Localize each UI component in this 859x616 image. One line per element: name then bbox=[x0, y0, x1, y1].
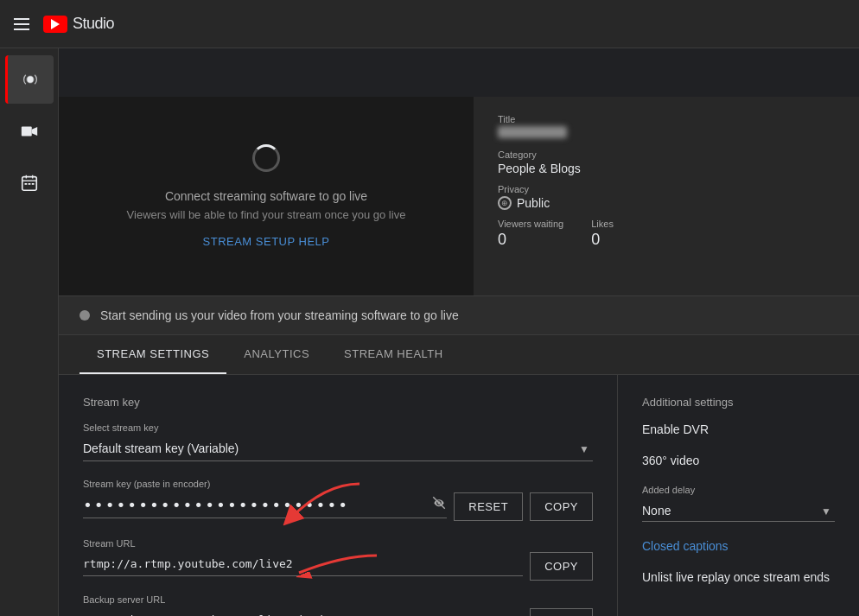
title-blurred bbox=[498, 126, 567, 138]
category-field: Category People & Blogs bbox=[498, 149, 835, 175]
backup-url-copy-button[interactable]: COPY bbox=[530, 608, 593, 616]
delay-setting: Added delay None ▼ bbox=[642, 485, 835, 522]
globe-icon: ⊕ bbox=[498, 196, 512, 210]
studio-text: Studio bbox=[73, 15, 114, 33]
viewers-value: 0 bbox=[498, 231, 563, 249]
loading-spinner bbox=[252, 144, 280, 172]
live-icon bbox=[21, 70, 40, 89]
youtube-logo-icon bbox=[43, 16, 67, 33]
stream-url-value: rtmp://a.rtmp.youtube.com/live2 bbox=[83, 557, 523, 576]
backup-url-section: Backup server URL rtmp://b.rtmp.youtube.… bbox=[83, 594, 593, 616]
backup-url-value: rtmp://b.rtmp.youtube.com/live2?backup=1 bbox=[83, 613, 523, 617]
captions-setting: Closed captions bbox=[642, 539, 835, 553]
stream-key-copy-button[interactable]: COPY bbox=[530, 492, 593, 521]
status-dot-icon bbox=[80, 310, 90, 321]
stream-key-select-wrapper[interactable]: Default stream key (Variable) ▼ bbox=[83, 436, 593, 461]
top-section: Connect streaming software to go live Vi… bbox=[59, 97, 859, 296]
unlist-label: Unlist live replay once stream ends bbox=[642, 570, 835, 584]
eye-icon[interactable] bbox=[431, 495, 447, 514]
preview-sub-text: Viewers will be able to find your stream… bbox=[127, 208, 406, 221]
privacy-row: ⊕ Public bbox=[498, 196, 835, 210]
reset-button[interactable]: RESET bbox=[454, 492, 523, 521]
likes-label: Likes bbox=[591, 219, 614, 229]
youtube-logo: Studio bbox=[43, 15, 114, 33]
alert-text: Start sending us your video from your st… bbox=[100, 308, 459, 322]
delay-select[interactable]: None bbox=[642, 500, 835, 522]
sidebar bbox=[0, 48, 59, 616]
preview-main-text: Connect streaming software to go live bbox=[165, 189, 367, 203]
viewers-row: Viewers waiting 0 Likes 0 bbox=[498, 219, 835, 249]
sidebar-item-calendar[interactable] bbox=[5, 159, 54, 207]
calendar-icon bbox=[20, 174, 39, 193]
hamburger-menu[interactable] bbox=[14, 18, 29, 30]
info-panel: Title Category People & Blogs Privacy ⊕ … bbox=[474, 97, 859, 295]
stream-url-row: rtmp://a.rtmp.youtube.com/live2 COPY bbox=[83, 552, 593, 581]
category-value: People & Blogs bbox=[498, 162, 835, 175]
svg-rect-2 bbox=[21, 127, 31, 137]
stream-key-dots: •••••••••••••••••••••••• bbox=[83, 496, 424, 514]
top-nav: Studio bbox=[0, 0, 859, 48]
stream-url-copy-button[interactable]: COPY bbox=[530, 552, 593, 581]
privacy-value: Public bbox=[517, 196, 550, 210]
viewers-label: Viewers waiting bbox=[498, 219, 563, 229]
likes-value: 0 bbox=[591, 231, 614, 249]
title-field: Title bbox=[498, 114, 835, 141]
delay-label: Added delay bbox=[642, 485, 835, 495]
tabs-bar: STREAM SETTINGS ANALYTICS STREAM HEALTH bbox=[59, 335, 859, 375]
backup-url-label: Backup server URL bbox=[83, 594, 593, 605]
likes-col: Likes 0 bbox=[591, 219, 614, 249]
dvr-setting: Enable DVR bbox=[642, 422, 835, 436]
alert-bar: Start sending us your video from your st… bbox=[59, 296, 859, 335]
stream-key-section-title: Stream key bbox=[83, 396, 593, 409]
settings-right: Additional settings Enable DVR 360° vide… bbox=[617, 375, 859, 616]
select-key-label: Select stream key bbox=[83, 422, 593, 433]
stream-key-input-row: •••••••••••••••••••••••• RESET COPY bbox=[83, 492, 593, 521]
svg-rect-5 bbox=[28, 183, 30, 185]
dvr-label: Enable DVR bbox=[642, 422, 835, 436]
video360-setting: 360° video bbox=[642, 454, 835, 467]
preview-panel: Connect streaming software to go live Vi… bbox=[59, 97, 474, 295]
tab-analytics[interactable]: ANALYTICS bbox=[226, 335, 327, 374]
svg-rect-4 bbox=[24, 183, 27, 185]
stream-key-select[interactable]: Default stream key (Variable) bbox=[83, 436, 593, 461]
tab-stream-health[interactable]: STREAM HEALTH bbox=[327, 335, 461, 374]
viewers-col: Viewers waiting 0 bbox=[498, 219, 563, 249]
category-label: Category bbox=[498, 149, 835, 160]
sidebar-item-video[interactable] bbox=[5, 107, 54, 156]
privacy-label: Privacy bbox=[498, 184, 835, 194]
sidebar-item-live[interactable] bbox=[5, 55, 54, 104]
unlist-setting: Unlist live replay once stream ends bbox=[642, 570, 835, 584]
privacy-field: Privacy ⊕ Public bbox=[498, 184, 835, 210]
stream-setup-link[interactable]: STREAM SETUP HELP bbox=[203, 235, 330, 248]
video-camera-icon bbox=[20, 122, 39, 141]
stream-key-field-wrapper: •••••••••••••••••••••••• bbox=[83, 495, 447, 518]
backup-url-row: rtmp://b.rtmp.youtube.com/live2?backup=1… bbox=[83, 608, 593, 616]
additional-settings-title: Additional settings bbox=[642, 396, 835, 409]
main-content: Connect streaming software to go live Vi… bbox=[59, 97, 859, 616]
stream-url-label: Stream URL bbox=[83, 538, 593, 549]
settings-content: Stream key Select stream key Default str… bbox=[59, 375, 859, 616]
title-label: Title bbox=[498, 114, 835, 124]
svg-rect-6 bbox=[31, 183, 34, 185]
delay-select-wrapper[interactable]: None ▼ bbox=[642, 500, 835, 522]
stream-key-input-label: Stream key (paste in encoder) bbox=[83, 479, 593, 489]
tab-stream-settings[interactable]: STREAM SETTINGS bbox=[80, 335, 226, 374]
video360-label: 360° video bbox=[642, 454, 835, 467]
captions-link[interactable]: Closed captions bbox=[642, 539, 835, 553]
settings-left: Stream key Select stream key Default str… bbox=[59, 375, 617, 616]
